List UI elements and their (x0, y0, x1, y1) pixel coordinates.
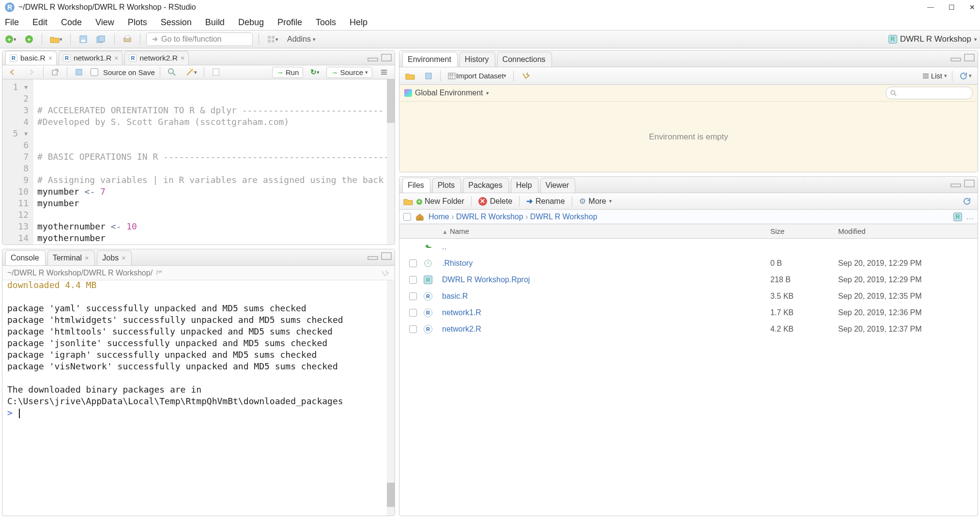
breadcrumb-link[interactable]: DWRL R Workshop (530, 213, 597, 221)
print-button[interactable] (121, 32, 134, 46)
file-tab[interactable]: Rbasic.R× (5, 51, 57, 65)
col-name[interactable]: ▲Name (442, 227, 770, 235)
file-row[interactable]: Rnetwork1.R1.7 KBSep 20, 2019, 12:36 PM (399, 305, 978, 321)
close-tab-icon[interactable]: × (181, 54, 184, 62)
grid-view-button[interactable]: ▾ (265, 32, 280, 46)
more-path-icon[interactable]: … (966, 213, 974, 221)
breadcrumb-links[interactable]: Home › DWRL R Workshop › DWRL R Workshop (429, 213, 597, 221)
menu-debug[interactable]: Debug (238, 17, 264, 28)
minimize-pane-icon[interactable] (950, 180, 961, 187)
maximize-button[interactable]: ☐ (949, 3, 955, 12)
file-name[interactable]: network1.R (442, 308, 770, 317)
menu-edit[interactable]: Edit (32, 17, 47, 28)
env-view-mode[interactable]: List ▾ (922, 72, 947, 80)
editor-code[interactable]: # ACCELERATED ORIENTATION TO R & dplyr -… (33, 79, 395, 245)
nav-forward-button[interactable] (25, 65, 38, 79)
env-tab-connections[interactable]: Connections (497, 52, 552, 67)
goto-file-function[interactable]: Go to file/function (146, 32, 253, 46)
editor-vscroll[interactable]: ▲ ▼ (387, 79, 395, 245)
file-tab[interactable]: Rnetwork2.R× (124, 51, 189, 65)
close-button[interactable]: ✕ (969, 3, 975, 12)
file-name[interactable]: .Rhistory (442, 259, 770, 268)
maximize-pane-icon[interactable] (964, 54, 975, 61)
menu-build[interactable]: Build (205, 17, 225, 28)
file-tab[interactable]: Rnetwork1.R× (59, 51, 123, 65)
minimize-button[interactable]: — (927, 3, 934, 12)
more-button[interactable]: ⚙ More ▾ (579, 197, 612, 206)
console-output[interactable]: downloaded 4.4 MB package 'yaml' success… (2, 280, 395, 516)
save-env-button[interactable] (422, 69, 435, 83)
file-name[interactable]: DWRL R Workshop.Rproj (442, 275, 770, 284)
menu-view[interactable]: View (95, 17, 114, 28)
delete-button[interactable]: ✕ Delete (478, 197, 512, 206)
find-button[interactable] (165, 65, 179, 79)
menu-tools[interactable]: Tools (316, 17, 336, 28)
col-size[interactable]: Size (770, 227, 838, 235)
env-tab-history[interactable]: History (459, 52, 495, 67)
clear-env-button[interactable] (519, 69, 532, 83)
env-scope-selector[interactable]: Global Environment (415, 89, 483, 97)
project-selector[interactable]: R DWRL R Workshop ▾ (888, 34, 977, 44)
minimize-pane-icon[interactable] (368, 54, 378, 61)
save-button[interactable] (77, 32, 90, 46)
open-env-button[interactable] (403, 69, 417, 83)
home-icon[interactable] (415, 213, 425, 221)
breadcrumb-link[interactable]: DWRL R Workshop (456, 213, 523, 221)
minimize-pane-icon[interactable] (950, 54, 961, 61)
breadcrumb-link[interactable]: Home (429, 213, 449, 221)
new-file-button[interactable]: +▾ (3, 32, 18, 46)
menu-session[interactable]: Session (161, 17, 192, 28)
menu-help[interactable]: Help (350, 17, 368, 28)
new-folder-button[interactable]: + New Folder (403, 197, 464, 206)
console-popout-icon[interactable] (155, 270, 162, 276)
menu-profile[interactable]: Profile (277, 17, 302, 28)
import-dataset-button[interactable]: Import Dataset ▾ (445, 69, 508, 83)
rerun-button[interactable]: ↻▾ (308, 65, 322, 79)
minimize-pane-icon[interactable] (368, 252, 378, 260)
file-checkbox[interactable] (409, 259, 417, 267)
open-file-button[interactable]: ▾ (48, 32, 64, 46)
col-modified[interactable]: Modified (838, 227, 974, 235)
file-row[interactable]: .Rhistory0 BSep 20, 2019, 12:29 PM (399, 255, 978, 272)
file-checkbox[interactable] (409, 325, 417, 333)
file-row[interactable]: Rnetwork2.R4.2 KBSep 20, 2019, 12:37 PM (399, 321, 978, 337)
menu-plots[interactable]: Plots (128, 17, 147, 28)
menu-code[interactable]: Code (61, 17, 82, 28)
source-button[interactable]: →Source ▾ (326, 67, 372, 78)
clear-console-icon[interactable] (380, 269, 390, 277)
new-project-button[interactable]: + (22, 32, 36, 46)
maximize-pane-icon[interactable] (381, 54, 392, 61)
popout-button[interactable] (48, 65, 62, 79)
files-tab-plots[interactable]: Plots (432, 178, 461, 193)
files-tab-help[interactable]: Help (511, 178, 538, 193)
env-tab-environment[interactable]: Environment (402, 52, 458, 67)
source-on-save-checkbox[interactable] (91, 68, 98, 76)
files-tab-packages[interactable]: Packages (463, 178, 508, 193)
nav-back-button[interactable] (6, 65, 20, 79)
file-row-up[interactable]: ⬑.. (399, 239, 978, 255)
file-checkbox[interactable] (409, 292, 417, 300)
code-editor[interactable]: 1 ▾2345 ▾67891011121314151617 # ACCELERA… (2, 79, 395, 245)
file-row[interactable]: RDWRL R Workshop.Rproj218 BSep 20, 2019,… (399, 272, 978, 288)
close-tab-icon[interactable]: × (48, 54, 52, 62)
file-row[interactable]: Rbasic.R3.5 KBSep 20, 2019, 12:35 PM (399, 288, 978, 305)
close-tab-icon[interactable]: × (85, 254, 89, 262)
addins-menu[interactable]: Addins ▾ (284, 35, 319, 44)
file-name[interactable]: network2.R (442, 325, 770, 334)
console-tab-console[interactable]: Console (5, 250, 46, 265)
save-source-button[interactable] (72, 65, 86, 79)
refresh-env-button[interactable]: ▾ (957, 69, 974, 83)
run-button[interactable]: →Run (272, 67, 304, 78)
menu-file[interactable]: File (5, 17, 19, 28)
console-tab-terminal[interactable]: Terminal× (47, 250, 95, 265)
select-all-checkbox[interactable] (403, 213, 411, 221)
project-badge-icon[interactable]: R (953, 213, 962, 221)
outline-button[interactable] (377, 65, 391, 79)
wand-button[interactable]: ▾ (184, 65, 199, 79)
file-checkbox[interactable] (409, 309, 417, 317)
refresh-files-button[interactable] (960, 195, 974, 208)
close-tab-icon[interactable]: × (122, 254, 125, 262)
compile-report-button[interactable] (209, 65, 223, 79)
console-scrollbar[interactable] (387, 280, 395, 516)
close-tab-icon[interactable]: × (114, 54, 118, 62)
